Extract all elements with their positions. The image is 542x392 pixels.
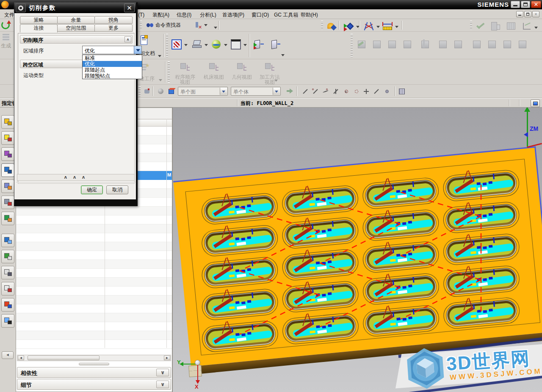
navigator-row[interactable] — [16, 233, 172, 242]
nav-view-button[interactable]: 程序顺序视图 — [171, 61, 199, 86]
toolbar-overflow-arrow[interactable] — [281, 54, 285, 56]
navigator-row[interactable] — [16, 224, 172, 233]
snap-endpoint-icon[interactable] — [312, 88, 320, 95]
refresh-button[interactable] — [1, 20, 13, 30]
roles-tab[interactable] — [1, 282, 14, 295]
dropdown-option[interactable]: 跟随起点 — [83, 67, 142, 73]
snap-curve-icon[interactable] — [322, 88, 330, 95]
constraint-navigator-tab[interactable] — [1, 131, 14, 145]
part-navigator-tab[interactable] — [1, 147, 14, 161]
machining-tool-button[interactable] — [470, 38, 485, 52]
snap-quadrant-icon[interactable] — [352, 88, 360, 95]
machining-wizards-tab[interactable] — [1, 179, 14, 193]
cancel-button[interactable]: 取消 — [106, 185, 128, 194]
snap-point-line-icon[interactable] — [301, 88, 310, 95]
command-finder-button[interactable]: 命令查找器 — [144, 20, 183, 30]
scrollbar-thumb[interactable] — [28, 356, 100, 360]
visualization-button[interactable] — [190, 38, 210, 52]
restore-button[interactable] — [521, 1, 530, 8]
tab-3[interactable]: 拐角 — [94, 16, 133, 24]
menu-item[interactable]: 分析(L) — [198, 11, 218, 19]
dropdown-option[interactable]: 标准 — [83, 55, 142, 61]
snap-intersection-icon[interactable] — [332, 88, 340, 95]
tab-2[interactable]: 余量 — [57, 16, 95, 24]
background-button[interactable] — [229, 38, 249, 52]
dialog-collapse-bar[interactable]: ᴧ ᴧ ᴧ — [17, 174, 135, 181]
menu-item[interactable]: 首选项(P) — [221, 11, 246, 19]
snap-existing-point-icon[interactable] — [362, 88, 371, 95]
no-selection-filter-button[interactable] — [155, 86, 167, 97]
show-hide-button[interactable] — [341, 20, 362, 33]
resource-bar-collapse-button[interactable]: ◄ — [2, 351, 14, 359]
apply-filter-button[interactable] — [284, 86, 296, 97]
dependencies-panel[interactable]: 相依性 ∨ — [17, 367, 171, 378]
navigator-row[interactable] — [16, 215, 172, 224]
toolbar-grip[interactable] — [166, 34, 168, 57]
machining-tool-button[interactable] — [485, 38, 501, 52]
measure-distance-button[interactable] — [380, 20, 401, 33]
machining-tool-button[interactable] — [385, 38, 401, 52]
fit-view-button[interactable] — [169, 38, 190, 52]
operation-navigator-tab[interactable] — [1, 163, 14, 177]
navigator-row[interactable] — [16, 260, 172, 269]
column-divider[interactable] — [166, 119, 167, 348]
tab-1[interactable]: 连接 — [20, 24, 58, 33]
panel-splitter-handle[interactable] — [79, 363, 109, 365]
toolbar-grip[interactable] — [168, 61, 170, 83]
scroll-right-arrow[interactable]: ► — [164, 356, 170, 360]
chevron-down-icon[interactable]: ∨ — [156, 381, 169, 388]
details-panel[interactable]: 细节 ∨ — [17, 379, 171, 390]
toolbar-grip[interactable] — [351, 34, 353, 57]
machine-tool-navigator-tab[interactable] — [1, 196, 14, 209]
collapse-chevron-icon[interactable]: ᴧ — [124, 36, 131, 42]
ok-button[interactable]: 确定 — [81, 185, 103, 194]
internet-explorer-tab[interactable] — [1, 234, 14, 247]
reuse-library-tab[interactable] — [1, 212, 14, 225]
snap-arc-center-icon[interactable] — [342, 88, 350, 95]
grid-tool-button[interactable] — [504, 20, 519, 33]
menu-item[interactable]: 信息(I) — [175, 11, 193, 19]
region-sort-combo[interactable]: 优化 — [82, 46, 142, 54]
navigator-row[interactable] — [16, 331, 172, 340]
visualization-tab[interactable] — [1, 314, 14, 328]
navigator-row[interactable] — [16, 313, 172, 322]
machining-tool-button[interactable] — [355, 38, 370, 52]
close-button[interactable]: ✕ — [531, 1, 541, 8]
dropdown-option[interactable]: 跟随预钻点 — [83, 73, 142, 79]
machining-tool-button[interactable] — [436, 38, 451, 52]
snap-midpoint-icon[interactable] — [373, 88, 381, 95]
navigator-row[interactable] — [16, 278, 172, 287]
web-browser-tab[interactable] — [1, 250, 14, 263]
selection-filter-button[interactable]: ✕ — [193, 20, 210, 30]
generate-toolpath-icon[interactable] — [2, 33, 13, 41]
toolbar-overflow-arrow[interactable] — [214, 27, 217, 29]
verify-check-button[interactable] — [473, 20, 489, 33]
toolbar-grip[interactable] — [140, 21, 142, 30]
open-layout-button[interactable] — [268, 38, 283, 52]
navigator-row[interactable] — [16, 287, 172, 295]
region-sort-dropdown-list[interactable]: 标准优化跟随起点跟随预钻点 — [82, 55, 142, 79]
navigator-row[interactable] — [16, 295, 172, 304]
navigator-row[interactable] — [16, 207, 172, 215]
cut-order-group-header[interactable]: 切削顺序 ᴧ — [20, 35, 133, 44]
combo-arrow-icon[interactable] — [220, 88, 227, 95]
machining-tool-button[interactable] — [451, 38, 467, 52]
menu-item[interactable]: 帮助(H) — [299, 11, 320, 19]
graphics-viewport[interactable]: ZM Y X 3D世界网 WWW.3DSJW.COM — [172, 108, 542, 392]
navigator-row[interactable] — [16, 304, 172, 313]
toolbar-grip[interactable] — [321, 21, 323, 30]
restore-view-button[interactable] — [531, 99, 540, 107]
nav-view-button[interactable]: 几何视图 — [229, 61, 255, 81]
horizontal-scrollbar[interactable]: ◄ ► — [17, 355, 171, 361]
dropdown-option[interactable]: 优化 — [83, 61, 142, 67]
face-rule-combo[interactable]: 单个面 — [178, 87, 228, 96]
minimize-button[interactable] — [511, 1, 520, 8]
object-display-button[interactable] — [324, 20, 340, 33]
navigator-row[interactable] — [16, 242, 172, 251]
nav-view-button[interactable]: 加工方法视图 — [256, 61, 284, 86]
navigator-row[interactable] — [16, 340, 172, 349]
toolbar-grip[interactable] — [470, 21, 472, 30]
menu-item[interactable]: GC 工具箱 — [272, 11, 300, 19]
navigator-row[interactable] — [16, 269, 172, 278]
part-in-work-button[interactable] — [141, 86, 153, 97]
